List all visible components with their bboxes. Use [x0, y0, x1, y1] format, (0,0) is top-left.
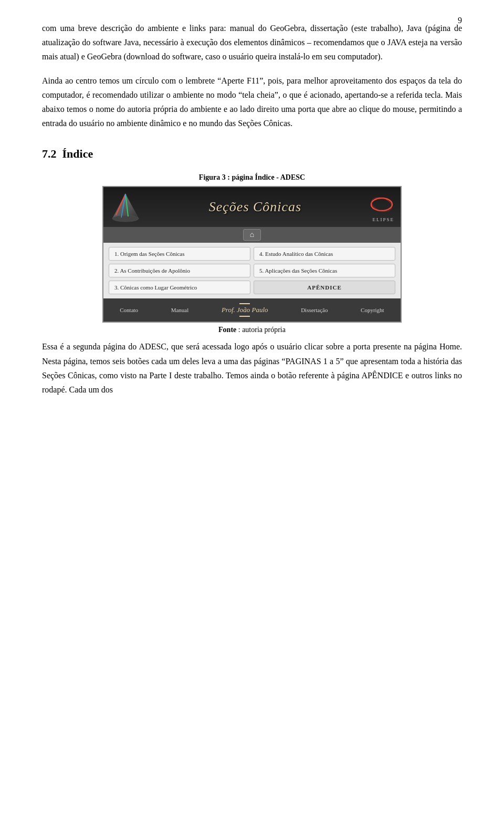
- cone-icon: [110, 191, 141, 223]
- source-label: Fonte: [218, 326, 236, 334]
- svg-point-1: [112, 215, 139, 222]
- figure-screenshot: Seções Cônicas ELIPSE ⌂ 1. Origem das Se…: [102, 186, 402, 323]
- sc-footer: Contato Manual Prof. João Paulo Disserta…: [103, 298, 401, 322]
- source-text: autoria própria: [242, 326, 286, 334]
- sc-title-area: Seções Cônicas: [146, 199, 364, 215]
- menu-btn-3[interactable]: 3. Cônicas como Lugar Geométrico: [109, 281, 250, 294]
- section-heading: 7.2 Índice: [42, 147, 462, 161]
- menu-btn-1[interactable]: 1. Origem das Seções Cônicas: [109, 247, 250, 261]
- caption-text: página Índice - ADESC: [232, 173, 305, 181]
- menu-btn-apendice[interactable]: APÊNDICE: [254, 281, 395, 294]
- menu-btn-5[interactable]: 5. Aplicações das Seções Cônicas: [254, 264, 395, 277]
- footer-dissertacao[interactable]: Dissertação: [301, 307, 328, 313]
- caption-number: 3: [222, 173, 226, 181]
- sc-header: Seções Cônicas ELIPSE: [103, 187, 401, 227]
- sc-menu-grid: 1. Origem das Seções Cônicas 4. Estudo A…: [103, 243, 401, 298]
- sc-nav-bar: ⌂: [103, 227, 401, 243]
- paragraph-1: com uma breve descrição do ambiente e li…: [42, 21, 462, 64]
- sc-elipse-label: ELIPSE: [372, 217, 394, 222]
- svg-point-6: [370, 195, 394, 214]
- sc-elipse-area: ELIPSE: [369, 192, 394, 222]
- figure-source: Fonte : autoria própria: [218, 326, 286, 334]
- elipse-icon: [369, 192, 394, 217]
- figure-caption: Figura 3 : página Índice - ADESC: [199, 173, 305, 182]
- page-number: 9: [458, 16, 462, 25]
- footer-separator-2: [239, 316, 250, 317]
- footer-manual[interactable]: Manual: [171, 307, 189, 313]
- footer-copyright[interactable]: Copyright: [361, 307, 384, 313]
- figure-block: Figura 3 : página Índice - ADESC: [42, 173, 462, 334]
- footer-contato[interactable]: Contato: [120, 307, 138, 313]
- sc-title-text: Seções Cônicas: [209, 199, 301, 215]
- closing-paragraph-1: Essa é a segunda página do ADESC, que se…: [42, 339, 462, 397]
- footer-brand-text: Prof. João Paulo: [222, 306, 268, 314]
- sc-home-btn[interactable]: ⌂: [243, 229, 261, 241]
- menu-btn-4[interactable]: 4. Estudo Analítico das Cônicas: [254, 247, 395, 261]
- menu-btn-2[interactable]: 2. As Contribuições de Apolônio: [109, 264, 250, 277]
- footer-brand: Prof. João Paulo: [222, 302, 268, 318]
- svg-point-5: [371, 198, 392, 211]
- footer-separator: [239, 303, 250, 304]
- paragraph-2: Ainda ao centro temos um círculo com o l…: [42, 74, 462, 131]
- caption-label: Figura: [199, 173, 220, 181]
